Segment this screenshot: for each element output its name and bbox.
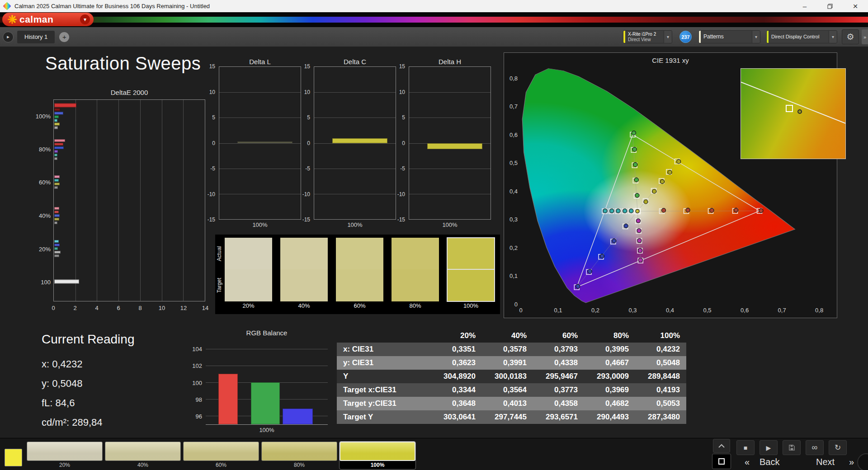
- actual-swatch: [447, 238, 495, 269]
- y-tick-label: -5: [400, 165, 405, 172]
- red-measured-circle: [686, 208, 690, 212]
- restore-button[interactable]: [817, 0, 843, 12]
- deltae-bar: [54, 112, 63, 115]
- tab-scroll-button[interactable]: ▸: [3, 32, 14, 42]
- x-tick-label: 0,5: [703, 307, 712, 314]
- tab-history-1[interactable]: History 1: [17, 31, 55, 43]
- app-icon: [3, 2, 11, 10]
- page-title: Saturation Sweeps: [45, 53, 201, 74]
- collapse-panel-button[interactable]: [713, 439, 730, 453]
- playlist-swatch-60%[interactable]: 60%: [183, 442, 259, 469]
- logo-menu-arrow-icon[interactable]: ▾: [80, 14, 90, 24]
- playlist-swatch-100%[interactable]: 100%: [340, 442, 415, 469]
- magenta-measured-circle: [638, 249, 642, 253]
- x-tick-label: 2: [73, 305, 76, 311]
- gear-icon[interactable]: ⚙: [842, 29, 859, 44]
- y-tick-label: 5: [307, 114, 310, 121]
- playlist-swatch-80%[interactable]: 80%: [261, 442, 337, 469]
- bar-group: [54, 139, 205, 160]
- back-button[interactable]: Back: [760, 457, 779, 467]
- rainbow-strip: [0, 17, 868, 23]
- cie-title: CIE 1931 xy: [504, 56, 837, 64]
- cyan-measured-circle: [603, 209, 607, 213]
- chevron-down-icon[interactable]: ▾: [752, 31, 760, 43]
- gridline: [314, 169, 396, 169]
- delta-h-plot: [409, 66, 491, 220]
- link-button[interactable]: ∞: [806, 440, 824, 455]
- gridline: [219, 92, 301, 93]
- deltae-bar: [54, 139, 65, 142]
- transport-controls: ■ ▶ ∞ ↻: [736, 440, 847, 455]
- deltae-bar: [54, 143, 63, 146]
- delta-l-title: Delta L: [219, 58, 301, 66]
- blue-measured-circle: [612, 239, 616, 243]
- calman-star-icon: [8, 15, 17, 24]
- red-measured-circle: [734, 208, 738, 212]
- meter-mode: Direct View: [628, 37, 656, 42]
- deltae-bar: [54, 254, 59, 257]
- x-tick-label: 8: [138, 305, 142, 311]
- next-button[interactable]: Next: [816, 457, 835, 467]
- playlist-swatch-40%[interactable]: 40%: [105, 442, 181, 469]
- deltae-bar: [54, 221, 57, 224]
- deltae-bar: [54, 244, 60, 246]
- play-button[interactable]: ▶: [760, 440, 778, 455]
- close-button[interactable]: ×: [843, 0, 868, 12]
- bar-group: [54, 207, 205, 224]
- display-control-dropdown[interactable]: Direct Display Control ▾: [766, 30, 837, 43]
- swatch-label: 40%: [280, 302, 328, 310]
- calman-logo[interactable]: calman ▾: [2, 13, 94, 26]
- add-tab-button[interactable]: +: [59, 32, 69, 42]
- delta-bar: [332, 138, 387, 143]
- chevron-down-icon[interactable]: ▾: [829, 31, 837, 43]
- table-header-row: 20%40%60%80%100%: [337, 329, 686, 343]
- target-swatch: [447, 269, 495, 301]
- corner-knob[interactable]: [857, 453, 868, 470]
- yellow-measured-circle: [644, 200, 648, 204]
- actual-swatch: [392, 238, 439, 269]
- row-label: Target Y: [337, 410, 431, 424]
- delta-c-chart: Delta C 151050-5-10-15 100%: [296, 58, 398, 230]
- next-chevron-icon[interactable]: »: [849, 457, 854, 467]
- deltae-bar: [54, 247, 58, 250]
- blue-bar: [283, 409, 313, 424]
- stop-button[interactable]: ■: [736, 440, 755, 455]
- delta-l-chart: Delta L 151050-5-10-15 100%: [201, 58, 303, 230]
- meter-name: X-Rite i1Pro 2: [628, 32, 656, 37]
- play-icon: ▶: [766, 444, 771, 451]
- blue-measured-circle: [588, 269, 592, 273]
- minimize-button[interactable]: –: [792, 0, 817, 12]
- row-label: Target y:CIE31: [337, 397, 431, 410]
- deltae-title: DeltaE 2000: [53, 89, 205, 96]
- swatch-label: 100%: [447, 302, 495, 310]
- cell-value: 0,3991: [482, 356, 533, 370]
- x-tick-label: 12: [180, 305, 187, 311]
- gridline: [140, 100, 141, 301]
- swatch-column-40%: 40%: [280, 238, 328, 310]
- tab-strip: ▸ History 1 + X-Rite i1Pro 2 Direct View…: [0, 27, 868, 47]
- calman-logo-text: calman: [19, 14, 53, 25]
- x-tick-label: 0,3: [628, 307, 637, 314]
- playlist-swatch-20%[interactable]: 20%: [27, 442, 103, 469]
- back-chevron-icon[interactable]: «: [745, 457, 750, 467]
- rgb-balance-title: RGB Balance: [206, 329, 328, 337]
- cyan-measured-circle: [623, 209, 627, 213]
- y-tick-label: 10: [304, 89, 310, 95]
- pattern-window-button[interactable]: [712, 454, 731, 469]
- more-tools-button[interactable]: »: [862, 29, 868, 44]
- patterns-dropdown[interactable]: Patterns ▾: [698, 30, 760, 43]
- gridline: [219, 169, 301, 169]
- cell-value: 293,0009: [584, 370, 635, 383]
- patch-count-badge[interactable]: 237: [679, 31, 692, 43]
- chevron-down-icon[interactable]: ▾: [664, 31, 672, 43]
- cell-value: 0,4682: [584, 397, 635, 410]
- target-swatch: [336, 269, 383, 301]
- deltae-bar: [54, 119, 57, 122]
- magenta-measured-circle: [636, 219, 640, 223]
- y-tick-label: 0,1: [509, 273, 518, 279]
- refresh-button[interactable]: ↻: [829, 440, 847, 455]
- save-button[interactable]: [783, 440, 801, 455]
- swatch-label: 60%: [183, 462, 259, 469]
- meter-dropdown[interactable]: X-Rite i1Pro 2 Direct View ▾: [623, 30, 672, 43]
- cell-value: 0,3564: [482, 383, 533, 397]
